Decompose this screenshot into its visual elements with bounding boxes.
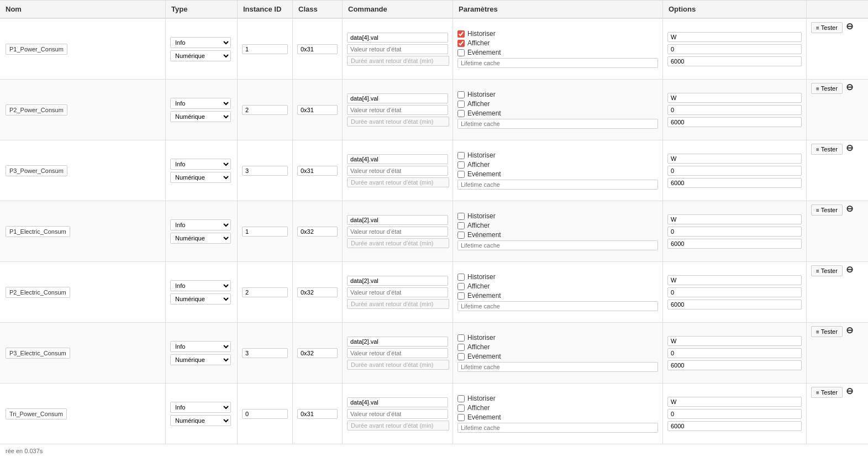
- valeur-retour-input[interactable]: [347, 348, 448, 358]
- commande-input[interactable]: [347, 276, 448, 286]
- commande-input[interactable]: [347, 397, 448, 407]
- opt-input-1[interactable]: [667, 93, 802, 103]
- checkbox-historiser[interactable]: [457, 334, 465, 342]
- class-input[interactable]: [297, 44, 338, 54]
- tester-button[interactable]: Tester: [811, 326, 843, 337]
- commande-input[interactable]: [347, 93, 448, 103]
- class-input[interactable]: [297, 227, 338, 237]
- checkbox-evenement[interactable]: [457, 110, 465, 117]
- opt-input-3[interactable]: [667, 300, 802, 309]
- checkbox-evenement[interactable]: [457, 414, 465, 421]
- duree-retour-button[interactable]: Durée avant retour d'état (min): [347, 299, 449, 309]
- opt-input-1[interactable]: [667, 397, 802, 407]
- lifetime-input[interactable]: [457, 362, 658, 372]
- type-select[interactable]: InfoAction: [170, 402, 231, 413]
- opt-input-1[interactable]: [667, 154, 802, 164]
- delete-button[interactable]: ⊖: [846, 22, 853, 31]
- type-select[interactable]: InfoAction: [170, 98, 231, 109]
- opt-input-3[interactable]: [667, 117, 802, 127]
- checkbox-afficher[interactable]: [457, 283, 465, 290]
- checkbox-afficher[interactable]: [457, 101, 465, 108]
- subtype-select[interactable]: NumériqueBinaireAutre: [170, 354, 231, 365]
- checkbox-evenement[interactable]: [457, 353, 465, 360]
- instance-id-input[interactable]: [242, 44, 288, 54]
- checkbox-afficher[interactable]: [457, 405, 465, 412]
- duree-retour-button[interactable]: Durée avant retour d'état (min): [347, 117, 449, 127]
- class-input[interactable]: [297, 105, 338, 115]
- class-input[interactable]: [297, 166, 338, 176]
- subtype-select[interactable]: NumériqueBinaireAutre: [170, 172, 231, 183]
- opt-input-1[interactable]: [667, 32, 802, 42]
- commande-input[interactable]: [347, 215, 448, 225]
- opt-input-2[interactable]: [667, 44, 802, 54]
- checkbox-evenement[interactable]: [457, 49, 465, 56]
- subtype-select[interactable]: NumériqueBinaireAutre: [170, 293, 231, 305]
- instance-id-input[interactable]: [242, 409, 288, 419]
- opt-input-1[interactable]: [667, 214, 802, 224]
- type-select[interactable]: InfoAction: [170, 280, 231, 291]
- tester-button[interactable]: Tester: [811, 22, 843, 33]
- opt-input-1[interactable]: [667, 275, 802, 285]
- type-select[interactable]: InfoAction: [170, 159, 231, 170]
- lifetime-input[interactable]: [457, 119, 658, 129]
- valeur-retour-input[interactable]: [347, 409, 448, 419]
- checkbox-historiser[interactable]: [457, 274, 465, 281]
- opt-input-3[interactable]: [667, 360, 802, 370]
- class-input[interactable]: [297, 348, 338, 358]
- commande-input[interactable]: [347, 337, 448, 347]
- checkbox-historiser[interactable]: [457, 91, 465, 98]
- delete-button[interactable]: ⊖: [846, 204, 853, 213]
- valeur-retour-input[interactable]: [347, 287, 448, 297]
- delete-button[interactable]: ⊖: [846, 387, 853, 396]
- subtype-select[interactable]: NumériqueBinaireAutre: [170, 233, 231, 244]
- checkbox-historiser[interactable]: [457, 213, 465, 220]
- type-select[interactable]: InfoAction: [170, 37, 231, 48]
- opt-input-3[interactable]: [667, 178, 802, 188]
- checkbox-afficher[interactable]: [457, 344, 465, 351]
- instance-id-input[interactable]: [242, 227, 288, 237]
- tester-button[interactable]: Tester: [811, 204, 843, 216]
- checkbox-historiser[interactable]: [457, 152, 465, 159]
- opt-input-2[interactable]: [667, 287, 802, 297]
- duree-retour-button[interactable]: Durée avant retour d'état (min): [347, 421, 449, 431]
- valeur-retour-input[interactable]: [347, 227, 448, 237]
- delete-button[interactable]: ⊖: [846, 144, 853, 153]
- subtype-select[interactable]: NumériqueBinaireAutre: [170, 111, 231, 122]
- checkbox-afficher[interactable]: [457, 40, 465, 47]
- checkbox-historiser[interactable]: [457, 30, 465, 38]
- delete-button[interactable]: ⊖: [846, 265, 853, 274]
- opt-input-2[interactable]: [667, 409, 802, 419]
- checkbox-evenement[interactable]: [457, 232, 465, 239]
- opt-input-2[interactable]: [667, 227, 802, 237]
- tester-button[interactable]: Tester: [811, 144, 843, 155]
- checkbox-evenement[interactable]: [457, 292, 465, 300]
- type-select[interactable]: InfoAction: [170, 219, 231, 230]
- tester-button[interactable]: Tester: [811, 83, 843, 94]
- valeur-retour-input[interactable]: [347, 166, 448, 176]
- instance-id-input[interactable]: [242, 348, 288, 358]
- duree-retour-button[interactable]: Durée avant retour d'état (min): [347, 238, 449, 248]
- commande-input[interactable]: [347, 154, 448, 164]
- instance-id-input[interactable]: [242, 105, 288, 115]
- lifetime-input[interactable]: [457, 180, 658, 190]
- duree-retour-button[interactable]: Durée avant retour d'état (min): [347, 56, 449, 66]
- subtype-select[interactable]: NumériqueBinaireAutre: [170, 50, 231, 61]
- instance-id-input[interactable]: [242, 166, 288, 176]
- checkbox-evenement[interactable]: [457, 171, 465, 178]
- lifetime-input[interactable]: [457, 58, 658, 68]
- class-input[interactable]: [297, 409, 338, 419]
- class-input[interactable]: [297, 287, 338, 297]
- subtype-select[interactable]: NumériqueBinaireAutre: [170, 415, 231, 426]
- opt-input-2[interactable]: [667, 166, 802, 176]
- tester-button[interactable]: Tester: [811, 265, 843, 276]
- opt-input-2[interactable]: [667, 348, 802, 358]
- opt-input-3[interactable]: [667, 239, 802, 249]
- tester-button[interactable]: Tester: [811, 387, 843, 398]
- valeur-retour-input[interactable]: [347, 44, 448, 54]
- checkbox-afficher[interactable]: [457, 161, 465, 169]
- lifetime-input[interactable]: [457, 423, 658, 433]
- delete-button[interactable]: ⊖: [846, 83, 853, 92]
- opt-input-1[interactable]: [667, 336, 802, 346]
- checkbox-historiser[interactable]: [457, 395, 465, 402]
- type-select[interactable]: InfoAction: [170, 341, 231, 352]
